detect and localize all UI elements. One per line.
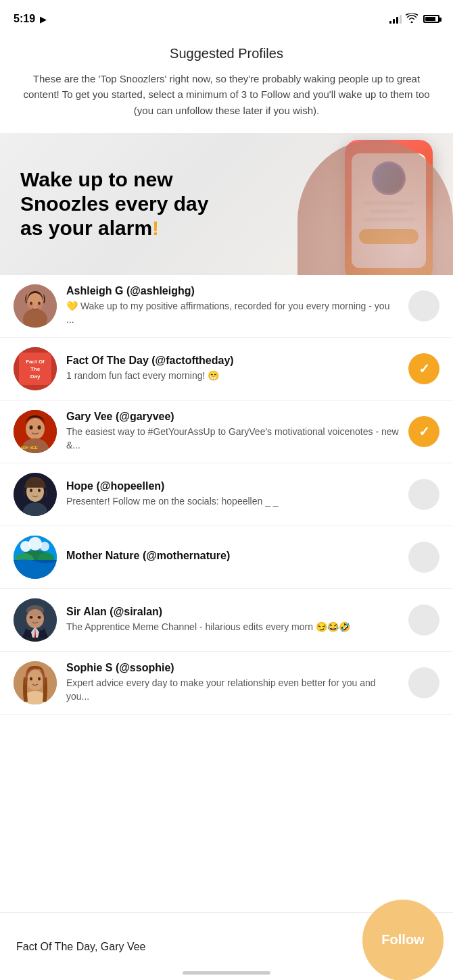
avatar-gary: GARY VEE (14, 410, 57, 453)
svg-text:The: The (30, 366, 41, 372)
profile-bio-fact: 1 random fun fact every morning! 😁 (66, 369, 399, 383)
signal-icon (389, 14, 402, 24)
svg-point-38 (26, 605, 44, 616)
status-time: 5:19 ▶ (14, 13, 46, 25)
description-text: These are the 'Top Snoozlers' right now,… (0, 71, 453, 133)
checkmark-fact: ✓ (419, 361, 430, 377)
svg-point-23 (30, 488, 32, 492)
profile-name-fact: Fact Of The Day (@factoftheday) (66, 355, 399, 367)
follow-toggle-hope[interactable] (408, 479, 439, 510)
profile-item-ashleigh: Ashleigh G (@ashleighg) 💛 Wake up to my … (0, 275, 453, 338)
avatar-ashleigh (14, 284, 57, 328)
profile-item-fact: Fact Of The Day Fact Of The Day (@factof… (0, 338, 453, 401)
selected-profiles-text: Fact Of The Day, Gary Vee (16, 941, 362, 953)
avatar-siralan (14, 598, 57, 642)
profile-info-gary: Gary Vee (@garyvee) The easiest way to #… (66, 411, 399, 452)
avatar-hope (14, 473, 57, 516)
hero-banner: Wake up to new Snoozles every day as you… (0, 133, 453, 275)
svg-point-6 (30, 301, 32, 305)
home-indicator (183, 971, 270, 975)
page-title: Suggested Profiles (0, 34, 453, 71)
follow-toggle-fact[interactable]: ✓ (408, 353, 439, 384)
svg-point-15 (26, 418, 45, 440)
svg-text:Day: Day (30, 373, 41, 380)
profile-list: Ashleigh G (@ashleighg) 💛 Wake up to my … (0, 275, 453, 715)
profile-item-gary: GARY VEE Gary Vee (@garyvee) The easiest… (0, 401, 453, 463)
status-bar: 5:19 ▶ (0, 0, 453, 34)
follow-toggle-sophie[interactable] (408, 667, 439, 698)
profile-info-ashleigh: Ashleigh G (@ashleighg) 💛 Wake up to my … (66, 285, 399, 326)
profile-item-siralan: Sir Alan (@siralan) The Apprentice Meme … (0, 589, 453, 652)
profile-item-sophie: Sophie S (@ssophie) Expert advice every … (0, 652, 453, 715)
follow-toggle-gary[interactable]: ✓ (408, 416, 439, 447)
avatar-sophie (14, 661, 57, 704)
svg-point-7 (38, 301, 41, 305)
profile-item-hope: Hope (@hopeellen) Presenter! Follow me o… (0, 463, 453, 526)
profile-info-fact: Fact Of The Day (@factoftheday) 1 random… (66, 355, 399, 383)
profile-bio-hope: Presenter! Follow me on the socials: hop… (66, 495, 399, 509)
profile-bio-gary: The easiest way to #GetYourAssUp to Gary… (66, 425, 399, 452)
profile-name-siralan: Sir Alan (@siralan) (66, 606, 399, 618)
svg-point-43 (38, 677, 41, 680)
svg-point-18 (38, 425, 41, 430)
svg-point-17 (30, 425, 33, 430)
profile-name-nature: Mother Nature (@mothernature) (66, 550, 399, 562)
hero-title: Wake up to new Snoozles every day as you… (20, 167, 433, 240)
battery-icon (423, 15, 439, 23)
profile-bio-siralan: The Apprentice Meme Channel - hilarious … (66, 621, 399, 634)
profile-item-nature: Mother Nature (@mothernature) (0, 526, 453, 589)
profile-name-hope: Hope (@hopeellen) (66, 480, 399, 492)
follow-button[interactable]: Follow (362, 900, 444, 981)
profile-name-gary: Gary Vee (@garyvee) (66, 411, 399, 423)
svg-point-31 (28, 537, 42, 550)
bottom-bar: Fact Of The Day, Gary Vee Follow (0, 912, 453, 980)
profile-info-nature: Mother Nature (@mothernature) (66, 550, 399, 565)
svg-text:Fact Of: Fact Of (26, 359, 45, 365)
follow-toggle-nature[interactable] (408, 542, 439, 573)
avatar-fact: Fact Of The Day (14, 347, 57, 390)
wifi-icon (406, 14, 418, 25)
svg-text:GARY VEE: GARY VEE (17, 446, 38, 450)
svg-point-24 (38, 488, 41, 492)
checkmark-gary: ✓ (419, 423, 430, 440)
profile-name-ashleigh: Ashleigh G (@ashleighg) (66, 285, 399, 297)
svg-point-32 (40, 542, 49, 551)
profile-info-siralan: Sir Alan (@siralan) The Apprentice Meme … (66, 606, 399, 634)
status-icons (389, 14, 439, 25)
follow-toggle-ashleigh[interactable] (408, 290, 439, 321)
hero-text: Wake up to new Snoozles every day as you… (0, 154, 453, 254)
profile-bio-sophie: Expert advice every day to make your rel… (66, 677, 399, 703)
svg-point-37 (38, 616, 41, 619)
follow-toggle-siralan[interactable] (408, 604, 439, 636)
avatar-nature (14, 536, 57, 579)
profile-bio-ashleigh: 💛 Wake up to my positive affirmations, r… (66, 300, 399, 326)
svg-point-42 (30, 677, 32, 680)
svg-point-36 (30, 616, 33, 619)
profile-info-hope: Hope (@hopeellen) Presenter! Follow me o… (66, 480, 399, 509)
profile-info-sophie: Sophie S (@ssophie) Expert advice every … (66, 662, 399, 703)
profile-name-sophie: Sophie S (@ssophie) (66, 662, 399, 674)
